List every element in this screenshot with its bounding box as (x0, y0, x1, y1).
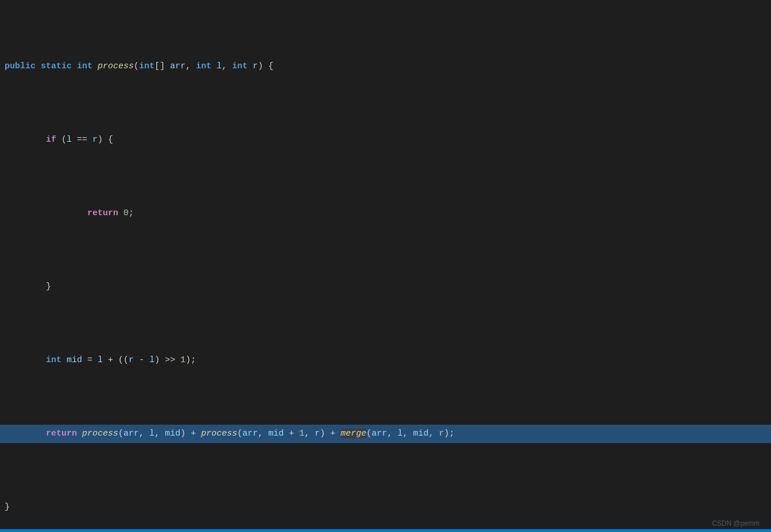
code-container: public static int process(int[] arr, int… (0, 0, 771, 532)
line-7: } (0, 498, 771, 517)
line-6: return process(arr, l, mid) + process(ar… (0, 425, 771, 443)
code-block: public static int process(int[] arr, int… (0, 0, 771, 532)
line-5: int mid = l + ((r - l) >> 1); (0, 351, 771, 370)
line-3: return 0; (0, 204, 771, 223)
line-2: if (l == r) { (0, 131, 771, 149)
line-1: public static int process(int[] arr, int… (0, 57, 771, 76)
line-4: } (0, 278, 771, 296)
watermark: CSDN @pemm (712, 519, 760, 527)
bottom-status-bar (0, 529, 771, 532)
